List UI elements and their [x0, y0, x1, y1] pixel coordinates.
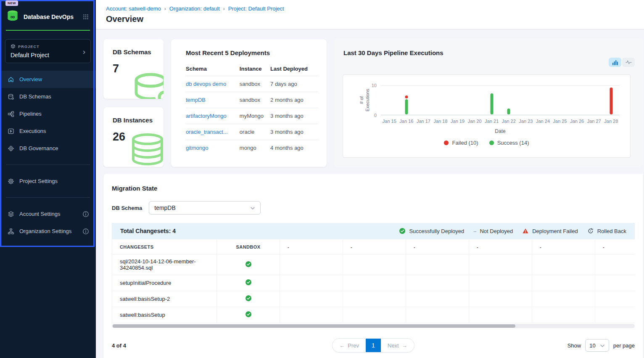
pager: ← Prev 1 Next →	[332, 338, 414, 353]
schema-link[interactable]: tempDB	[186, 97, 206, 103]
prev-page-button[interactable]: ← Prev	[333, 339, 366, 352]
empty-status-cell	[406, 275, 469, 291]
empty-status-cell	[532, 255, 595, 275]
sandbox-status-cell	[217, 307, 280, 323]
empty-status-cell	[280, 291, 343, 307]
project-selector-value: Default Project	[11, 52, 85, 58]
sidebar-item-pipelines[interactable]: Pipelines	[0, 105, 96, 122]
scrollbar-thumb[interactable]	[113, 324, 515, 328]
sidebar-item-organization-settings[interactable]: Organization Settings	[0, 223, 96, 240]
sidebar-item-label: Organization Settings	[19, 228, 71, 234]
last-deployed-cell: 3 months ago	[270, 108, 318, 124]
sidebar-item-label: Overview	[19, 76, 42, 82]
column-header: Last Deployed	[270, 61, 318, 76]
bar-chart-icon[interactable]	[609, 58, 621, 67]
database-icon	[127, 71, 164, 99]
empty-status-cell	[532, 307, 595, 323]
changesets-table: CHANGESETSSANDBOX------ sql/2024-10-14-1…	[112, 239, 635, 323]
empty-status-cell	[280, 275, 343, 291]
bar-success	[405, 99, 408, 114]
db-schemas-card[interactable]: DB Schemas 7	[103, 39, 164, 99]
pipelines-icon	[8, 111, 14, 117]
chart-bar-group	[534, 86, 552, 115]
empty-status-cell	[532, 275, 595, 291]
chart-bar-group	[483, 86, 500, 115]
breadcrumb-separator: ›	[164, 6, 166, 12]
sandbox-status-cell	[217, 291, 280, 307]
per-page-label: per page	[613, 342, 635, 349]
executions-icon	[8, 128, 14, 135]
line-chart-icon[interactable]	[622, 58, 635, 67]
database-stack-icon	[122, 133, 164, 167]
column-header: Instance	[240, 61, 270, 76]
page-size-value: 10	[589, 342, 595, 349]
schema-link[interactable]: db devops demo	[186, 81, 226, 87]
schema-link[interactable]: oracle_transact...	[186, 129, 228, 135]
deployment-row: artifactoryMongomyMongo3 months ago	[186, 108, 318, 124]
y-tick-max: 10	[343, 83, 377, 88]
info-icon[interactable]	[82, 228, 89, 235]
column-header: -	[532, 239, 595, 255]
y-axis-label: # ofExecutions	[359, 89, 371, 111]
app-title: Database DevOps	[24, 13, 78, 20]
section-title: Migration State	[112, 185, 635, 192]
sidebar-item-project-settings[interactable]: Project Settings	[0, 172, 96, 190]
db-schema-select[interactable]: tempDB	[149, 201, 261, 215]
module-grid-icon[interactable]	[82, 13, 89, 20]
next-page-button[interactable]: Next →	[381, 339, 414, 352]
changeset-name: satwell:basisSetup-2	[112, 291, 217, 307]
column-header: -	[406, 239, 469, 255]
x-tick-label: Jan 26	[568, 119, 586, 124]
status-legend-label: Not Deployed	[480, 228, 513, 234]
project-selector[interactable]: PROJECT Default Project ›	[5, 39, 91, 63]
stat-label: DB Schemas	[113, 48, 164, 56]
empty-status-cell	[280, 307, 343, 323]
column-header: SANDBOX	[217, 239, 280, 255]
empty-status-cell	[469, 255, 532, 275]
breadcrumb-link[interactable]: Account: satwell-demo	[106, 5, 161, 12]
legend-item: Success (14)	[489, 140, 529, 146]
instance-cell: sandbox	[240, 92, 270, 108]
sidebar-item-db-governance[interactable]: DB Governance	[0, 140, 96, 157]
check-circle-icon	[399, 228, 406, 234]
x-axis-label: Date	[381, 128, 620, 134]
show-label: Show	[567, 342, 581, 349]
changesets-header-bar: Total Changesets: 4 Successfully Deploye…	[112, 223, 635, 239]
page-size-select[interactable]: 10	[585, 339, 609, 352]
breadcrumb-link[interactable]: Project: Default Project	[228, 5, 284, 12]
account-icon	[8, 211, 14, 217]
schema-link[interactable]: gitmongo	[186, 145, 208, 151]
bar-failed	[405, 95, 408, 98]
brand-divider	[6, 30, 90, 31]
sidebar-item-executions[interactable]: Executions	[0, 122, 96, 140]
x-tick-label: Jan 15	[381, 119, 398, 124]
empty-status-cell	[595, 255, 635, 275]
sidebar-item-account-settings[interactable]: Account Settings	[0, 205, 96, 223]
next-label: Next	[388, 342, 399, 349]
instance-cell: sandbox	[240, 76, 270, 92]
empty-status-cell	[469, 275, 532, 291]
page-number-button[interactable]: 1	[366, 338, 381, 353]
warning-triangle-icon	[522, 228, 529, 234]
sidebar-item-overview[interactable]: Overview	[0, 71, 96, 88]
last-deployed-cell: 3 months ago	[270, 124, 318, 140]
deployment-row: tempDBsandbox2 months ago	[186, 92, 318, 108]
pagination-count: 4 of 4	[112, 342, 332, 349]
breadcrumb-link[interactable]: Organization: default	[169, 5, 220, 12]
db-schemas-icon	[8, 93, 14, 100]
check-circle-icon	[245, 263, 252, 269]
db-instances-card[interactable]: DB Instances 26	[103, 107, 164, 167]
instance-cell: oracle	[240, 124, 270, 140]
empty-status-cell	[469, 291, 532, 307]
sidebar-item-db-schemas[interactable]: DB Schemas	[0, 88, 96, 105]
chart-bar-group	[586, 86, 603, 115]
check-circle-icon	[245, 297, 252, 303]
sidebar-item-label: Project Settings	[19, 178, 58, 184]
prev-label: Prev	[348, 342, 359, 349]
last-deployed-cell: 7 days ago	[270, 76, 318, 92]
column-header: CHANGESETS	[112, 239, 217, 255]
info-icon[interactable]	[82, 211, 89, 217]
x-tick-label: Jan 22	[500, 119, 517, 124]
schema-link[interactable]: artifactoryMongo	[186, 113, 227, 119]
x-tick-label: Jan 16	[398, 119, 415, 124]
